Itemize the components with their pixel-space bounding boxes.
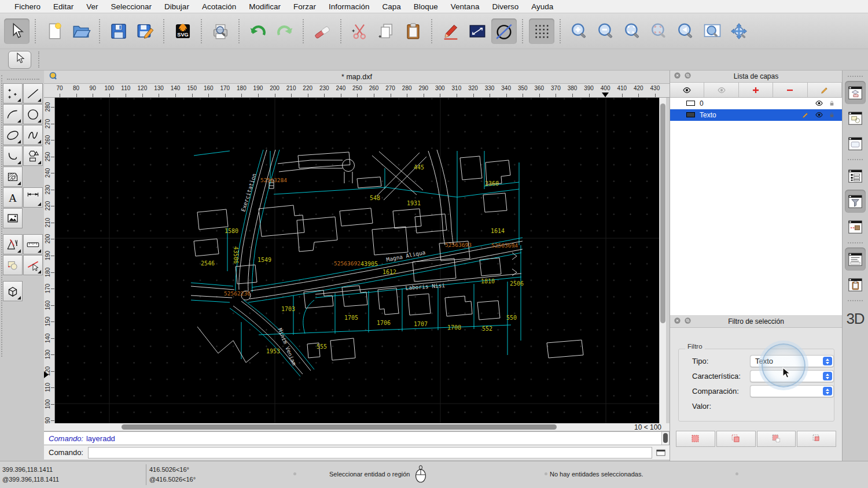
polyline-tool-button[interactable] xyxy=(3,146,23,166)
redo-button[interactable] xyxy=(272,19,297,44)
canvas-horizontal-scrollbar[interactable]: 10 < 100 xyxy=(44,423,670,431)
filter-comparación-dropdown[interactable] xyxy=(750,385,834,397)
zoom-previous-button[interactable] xyxy=(673,19,698,44)
layer-visibility-toggle[interactable] xyxy=(815,99,823,108)
arc-tool-button[interactable] xyxy=(3,104,23,124)
select-all-matching-button[interactable] xyxy=(676,431,715,447)
line-arrow-button[interactable] xyxy=(465,19,490,44)
print-preview-button[interactable] xyxy=(208,19,233,44)
pointer-button[interactable] xyxy=(4,19,30,44)
selection-pointer-button[interactable] xyxy=(8,51,31,69)
keyboard-icon[interactable] xyxy=(654,447,667,459)
menu-dibujar[interactable]: Dibujar xyxy=(158,2,196,11)
layer-row-texto[interactable]: Texto xyxy=(670,109,842,121)
box-3d-tool-button[interactable] xyxy=(3,281,23,301)
menu-capa[interactable]: Capa xyxy=(376,2,407,11)
layer-edit-pencil-icon[interactable] xyxy=(801,111,810,119)
svg-export-button[interactable]: SVG xyxy=(170,19,196,44)
copy-button[interactable] xyxy=(374,19,399,44)
dimension-tool-button[interactable] xyxy=(23,187,43,208)
zoom-pan-button[interactable] xyxy=(726,19,752,44)
undock-icon[interactable] xyxy=(684,316,692,327)
modify-tool-button[interactable] xyxy=(3,255,23,275)
menu-bloque[interactable]: Bloque xyxy=(407,2,444,11)
menu-fichero[interactable]: Fichero xyxy=(8,2,47,11)
zoom-out-button[interactable] xyxy=(593,19,619,44)
zoom-selection-button[interactable] xyxy=(646,19,672,44)
close-icon[interactable] xyxy=(674,71,681,82)
intersect-selection-button[interactable] xyxy=(797,431,836,447)
delete-button[interactable] xyxy=(310,19,335,44)
dock-tool-options-button[interactable] xyxy=(845,215,866,238)
grid-button[interactable] xyxy=(529,19,554,44)
edit-layer-button[interactable] xyxy=(808,83,842,97)
menu-informacin[interactable]: Información xyxy=(322,2,376,11)
shape-tool-button[interactable] xyxy=(23,146,43,166)
points-tool-button[interactable] xyxy=(3,83,23,103)
menu-ver[interactable]: Ver xyxy=(80,2,104,11)
dock-properties-button[interactable] xyxy=(845,164,866,187)
layer-lock-icon[interactable] xyxy=(827,110,836,119)
new-file-button[interactable] xyxy=(42,19,67,44)
draft-tools-button[interactable] xyxy=(3,234,23,254)
layer-visibility-toggle[interactable] xyxy=(815,110,823,119)
add-to-selection-button[interactable] xyxy=(716,431,756,447)
dropdown-stepper-icon[interactable] xyxy=(823,387,832,395)
draft-mode-button[interactable] xyxy=(491,19,517,44)
dock-command-line-button[interactable] xyxy=(845,247,866,271)
hatch-tool-button[interactable] xyxy=(3,167,23,187)
menu-editar[interactable]: Editar xyxy=(47,2,80,11)
palette-drag-handle[interactable] xyxy=(1,75,2,357)
menu-diverso[interactable]: Diverso xyxy=(486,2,525,11)
cut-button[interactable] xyxy=(347,19,373,44)
paste-button[interactable] xyxy=(400,19,426,44)
save-button[interactable] xyxy=(106,19,131,44)
dropdown-stepper-icon[interactable] xyxy=(823,372,832,380)
spline-tool-button[interactable] xyxy=(23,125,43,145)
trim-tool-button[interactable] xyxy=(23,255,43,275)
scrollbar-thumb[interactable] xyxy=(122,424,557,430)
canvas-vertical-scrollbar[interactable] xyxy=(659,98,666,423)
command-input[interactable] xyxy=(88,447,652,459)
layer-lock-icon[interactable] xyxy=(827,99,836,108)
3d-panel-label[interactable]: 3D xyxy=(846,310,864,328)
circle-tool-button[interactable] xyxy=(23,104,43,124)
remove-from-selection-button[interactable] xyxy=(757,431,796,447)
dock-layer-list-button[interactable] xyxy=(845,81,866,104)
zoom-window-button[interactable] xyxy=(700,19,725,44)
menu-ventana[interactable]: Ventana xyxy=(444,2,486,11)
dock-library-button[interactable] xyxy=(845,132,866,155)
palette-drag-handle[interactable] xyxy=(7,79,39,80)
undo-button[interactable] xyxy=(245,19,271,44)
hide-all-layers-button[interactable] xyxy=(704,83,738,97)
layer-row-0[interactable]: 0 xyxy=(670,98,842,109)
undock-icon[interactable] xyxy=(684,71,692,82)
remove-layer-button[interactable] xyxy=(773,83,807,97)
dock-block-list-button[interactable] xyxy=(845,106,866,130)
line-tool-button[interactable] xyxy=(23,83,43,103)
toolbar-separator xyxy=(340,19,344,43)
history-scrollbar[interactable] xyxy=(661,432,669,445)
save-as-button[interactable] xyxy=(133,19,158,44)
menu-ayuda[interactable]: Ayuda xyxy=(525,2,560,11)
drawing-viewport[interactable]: 4452360548193116141580254615494390516124… xyxy=(55,98,659,423)
measure-tool-button[interactable] xyxy=(23,234,43,254)
menu-seleccionar[interactable]: Seleccionar xyxy=(105,2,159,11)
edit-pencil-button[interactable] xyxy=(438,19,464,44)
add-layer-button[interactable] xyxy=(739,83,773,97)
parcel-id-label: 52563284 xyxy=(260,177,287,183)
show-all-layers-button[interactable] xyxy=(670,83,704,97)
ellipse-tool-button[interactable] xyxy=(3,125,23,145)
zoom-auto-button[interactable] xyxy=(620,19,645,44)
menu-acotacin[interactable]: Acotación xyxy=(196,2,242,11)
zoom-in-button[interactable] xyxy=(567,19,592,44)
text-tool-button[interactable]: A xyxy=(3,187,23,208)
open-file-button[interactable] xyxy=(68,19,94,44)
menu-modificar[interactable]: Modificar xyxy=(242,2,287,11)
menu-forzar[interactable]: Forzar xyxy=(287,2,322,11)
close-icon[interactable] xyxy=(674,316,681,327)
image-tool-button[interactable] xyxy=(3,208,23,228)
dock-selection-filter-button[interactable] xyxy=(845,190,866,213)
dock-clipboard-button[interactable] xyxy=(845,273,866,296)
dropdown-stepper-icon[interactable] xyxy=(823,357,832,365)
